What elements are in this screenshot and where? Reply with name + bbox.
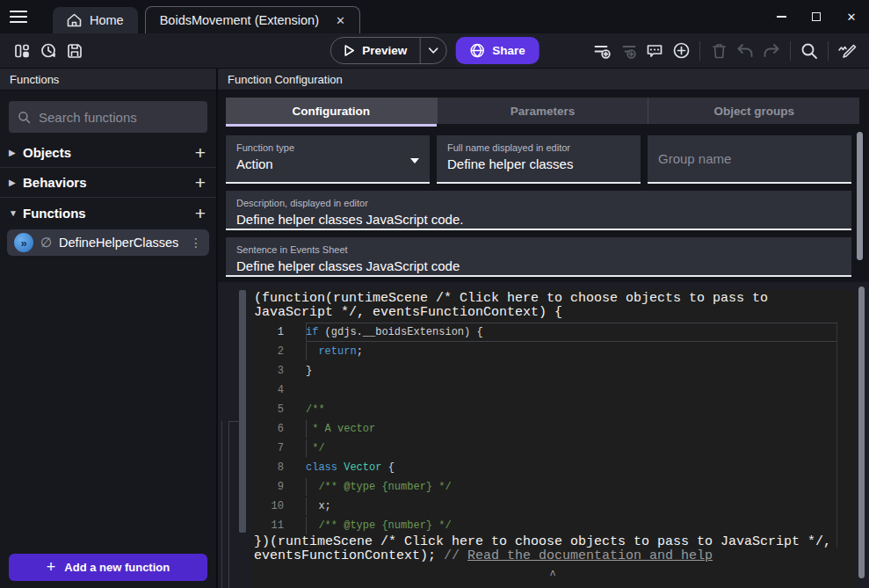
undo-icon (736, 43, 754, 59)
page-title: Function Configuration (218, 69, 869, 91)
close-window-button[interactable]: ✕ (834, 4, 869, 30)
group-name-field[interactable] (648, 135, 851, 184)
open-panels-button[interactable] (9, 38, 35, 64)
functions-sidebar: Functions ▶ Objects + ▶ Behaviors + ▼ Fu… (0, 69, 218, 588)
redo-icon (763, 43, 780, 59)
tab-object-groups[interactable]: Object groups (648, 98, 859, 124)
dropdown-caret-icon (410, 158, 419, 163)
minimize-button[interactable] (764, 4, 799, 30)
sidebar-section-functions[interactable]: ▼ Functions + (0, 198, 216, 228)
toolbar-divider (699, 41, 700, 61)
code-line[interactable]: 9 /** @type {number} */ (250, 477, 855, 497)
preview-button[interactable]: Preview (329, 37, 446, 64)
line-text: * A vector (306, 423, 375, 435)
tab-configuration[interactable]: Configuration (226, 98, 437, 124)
edit-properties-button[interactable] (834, 38, 860, 64)
redo-button[interactable] (758, 38, 785, 64)
sentence-field[interactable]: Sentence in Events Sheet Define helper c… (226, 237, 851, 277)
preview-dropdown-button[interactable] (419, 38, 445, 63)
edit-pencil-icon (837, 42, 857, 60)
add-event-icon (593, 42, 612, 60)
comment-icon (646, 42, 663, 60)
search-events-button[interactable] (796, 38, 822, 64)
chevron-right-icon: ▶ (9, 178, 19, 187)
close-window-icon: ✕ (847, 11, 857, 24)
code-line[interactable]: 1if (gdjs.__boidsExtension) { (250, 323, 855, 342)
code-line[interactable]: 6 * A vector (250, 419, 855, 439)
function-icon: » (14, 233, 33, 252)
delete-button[interactable] (706, 38, 732, 64)
add-circle-button[interactable] (668, 38, 694, 64)
line-text: /** (306, 403, 325, 416)
code-line[interactable]: 3} (250, 361, 855, 381)
events-scrollbar[interactable] (858, 287, 865, 578)
line-number: 1 (250, 326, 284, 338)
menu-button[interactable] (0, 0, 37, 33)
search-box[interactable] (9, 101, 207, 133)
function-type-select[interactable]: Function type Action (226, 135, 430, 184)
share-button[interactable]: Share (455, 37, 540, 64)
add-behavior-button[interactable]: + (195, 173, 206, 192)
preview-label: Preview (362, 44, 407, 57)
toolbar: Preview Share (0, 33, 869, 69)
code-line[interactable]: 8class Vector { (250, 458, 855, 477)
add-function-button[interactable]: + Add a new function (9, 554, 207, 581)
add-object-button[interactable]: + (195, 143, 206, 162)
code-line[interactable]: 4 (250, 381, 855, 400)
code-line[interactable]: 5/** (250, 400, 855, 419)
share-label: Share (492, 44, 525, 57)
code-line[interactable]: 7 */ (250, 439, 855, 458)
description-field[interactable]: Description, displayed in editor Define … (226, 191, 851, 230)
content: Functions ▶ Objects + ▶ Behaviors + ▼ Fu… (0, 69, 869, 588)
line-text: */ (306, 442, 325, 454)
chevron-right-icon: ▶ (9, 148, 19, 157)
add-function-label: Add a new function (64, 561, 170, 574)
titlebar: Home BoidsMovement (Extension) ✕ ✕ (0, 0, 869, 33)
tab-label: Home (90, 13, 124, 27)
line-text: } (306, 365, 312, 377)
history-button[interactable] (35, 38, 62, 64)
form-scrollbar[interactable] (857, 132, 863, 260)
line-number: 11 (250, 519, 284, 532)
group-name-input[interactable] (658, 151, 841, 166)
tab-home[interactable]: Home (53, 7, 138, 33)
sidebar-title: Functions (0, 69, 216, 91)
add-function-section-button[interactable]: + (195, 204, 206, 222)
add-event-button[interactable] (589, 38, 615, 64)
full-name-field[interactable]: Full name displayed in editor Define hel… (437, 135, 641, 184)
code-header[interactable]: (function(runtimeScene /* Click here to … (250, 290, 835, 320)
tab-extension[interactable]: BoidsMovement (Extension) ✕ (145, 6, 360, 33)
line-number: 10 (250, 500, 284, 512)
tab-label: BoidsMovement (Extension) (160, 13, 319, 27)
line-number: 4 (250, 384, 284, 396)
save-button[interactable] (62, 38, 88, 64)
footer-comment: // (444, 548, 467, 563)
chevron-down-icon: ▼ (9, 208, 19, 218)
search-input[interactable] (39, 110, 199, 125)
code-line[interactable]: 2 return; (250, 342, 855, 361)
add-circle-icon (672, 41, 691, 60)
minimize-icon (777, 16, 786, 18)
code-lines[interactable]: 1if (gdjs.__boidsExtension) {2 return;3}… (250, 323, 855, 535)
maximize-icon (812, 12, 821, 21)
add-subevent-button[interactable] (615, 38, 641, 64)
expand-editor-caret[interactable]: ^ (250, 570, 855, 582)
close-tab-icon[interactable]: ✕ (336, 15, 345, 26)
code-line[interactable]: 11 /** @type {number} */ (250, 516, 855, 535)
sidebar-section-objects[interactable]: ▶ Objects + (0, 138, 216, 168)
code-footer: })(runtimeScene /* Click here to choose … (250, 535, 835, 563)
documentation-link[interactable]: Read the documentation and help (467, 548, 713, 563)
event-drag-handle[interactable] (239, 290, 246, 533)
save-icon (66, 42, 83, 60)
code-line[interactable]: 10 x; (250, 497, 855, 516)
sidebar-section-behaviors[interactable]: ▶ Behaviors + (0, 168, 216, 198)
undo-button[interactable] (732, 38, 758, 64)
add-comment-button[interactable] (641, 38, 668, 64)
function-list-item[interactable]: » ∅ DefineHelperClasses ⋮ (7, 229, 209, 256)
maximize-button[interactable] (799, 4, 834, 30)
js-code-editor[interactable]: (function(runtimeScene /* Click here to … (250, 290, 855, 588)
configuration-form: Function type Action Full name displayed… (218, 124, 869, 277)
tab-parameters[interactable]: Parameters (437, 98, 648, 124)
item-menu-icon[interactable]: ⋮ (190, 236, 202, 250)
play-icon (342, 44, 355, 57)
